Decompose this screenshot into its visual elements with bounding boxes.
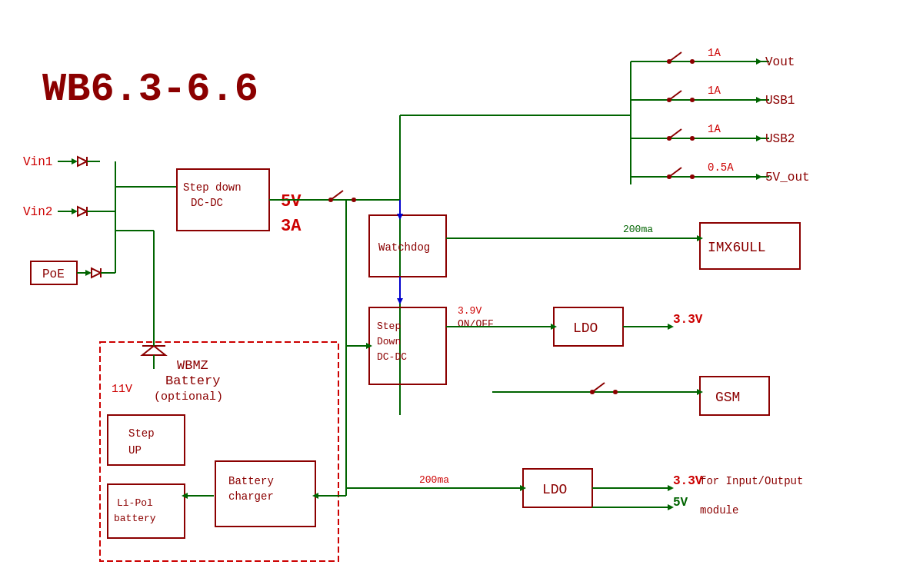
- step-down-bottom-label3: DC-DC: [377, 351, 407, 363]
- vin1-label: Vin1: [23, 155, 52, 169]
- v33-1-label: 3.3V: [673, 313, 703, 327]
- v3a-label: 3A: [281, 217, 302, 236]
- svg-point-35: [667, 98, 671, 102]
- gsm-label: GSM: [715, 390, 740, 405]
- battery-label: Battery: [165, 374, 220, 388]
- step-down-top-label2: DC-DC: [191, 197, 223, 209]
- lipol-label2: battery: [114, 513, 156, 524]
- v5-label: 5V: [281, 192, 302, 211]
- vin2-label: Vin2: [23, 205, 52, 219]
- v200ma-1-label: 200ma: [623, 224, 653, 235]
- title: WB6.3-6.6: [42, 67, 258, 112]
- svg-point-28: [667, 59, 671, 64]
- v5-module-label: 5V: [673, 496, 688, 510]
- for-io-label: for Input/Output: [700, 475, 803, 487]
- svg-point-42: [690, 136, 695, 141]
- step-down-bottom-label2: Down: [377, 336, 401, 347]
- ldo-bottom-label: LDO: [542, 482, 567, 497]
- v11-label: 11V: [112, 383, 132, 396]
- svg-point-29: [690, 59, 695, 64]
- svg-point-41: [667, 136, 671, 141]
- fv-out-label: 5V_out: [765, 171, 810, 184]
- lipol-label: Li-Pol: [117, 497, 153, 509]
- svg-point-76: [613, 390, 618, 394]
- usb2-label: USB2: [765, 132, 795, 146]
- v1a-1-label: 1A: [708, 47, 721, 59]
- wbmz-label: WBMZ: [177, 358, 208, 373]
- battery-charger-label2: charger: [228, 490, 274, 503]
- step-up-label: Step: [128, 427, 155, 440]
- vout-label: Vout: [765, 55, 795, 69]
- v1a-2-label: 1A: [708, 85, 721, 97]
- svg-point-55: [328, 198, 333, 202]
- optional-label: (optional): [154, 390, 223, 404]
- ldo-top-label: LDO: [573, 321, 598, 336]
- step-up-label2: UP: [128, 444, 142, 457]
- module-label: module: [700, 504, 738, 517]
- v33-2-label: 3.3V: [673, 474, 703, 488]
- svg-point-49: [690, 174, 695, 179]
- imx6ull-label: IMX6ULL: [708, 240, 766, 255]
- svg-point-75: [590, 390, 595, 394]
- step-down-top-label: Step down: [183, 181, 242, 194]
- v05a-label: 0.5A: [708, 161, 734, 174]
- poe-label: PoE: [42, 267, 65, 281]
- battery-charger-label: Battery: [228, 475, 274, 487]
- svg-point-36: [690, 98, 695, 102]
- watchdog-label: Watchdog: [378, 241, 430, 254]
- v1a-3-label: 1A: [708, 123, 721, 135]
- step-down-bottom-label: Step: [377, 321, 401, 332]
- v200ma-2-label: 200ma: [419, 474, 449, 486]
- svg-point-48: [667, 174, 671, 179]
- on-off-label: ON/OFF: [458, 318, 494, 330]
- usb1-label: USB1: [765, 94, 795, 108]
- v39-label: 3.9V: [458, 305, 481, 317]
- svg-point-56: [352, 198, 356, 202]
